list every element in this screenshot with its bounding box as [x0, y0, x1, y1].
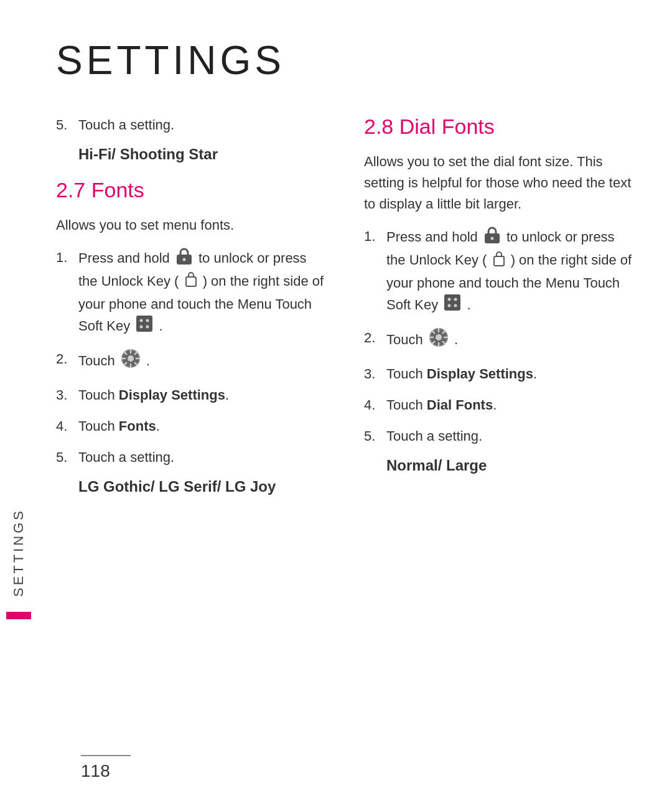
page-number: 118 [81, 761, 110, 781]
svg-point-6 [140, 325, 143, 328]
svg-point-1 [182, 258, 185, 261]
svg-point-25 [454, 304, 457, 307]
svg-point-24 [448, 304, 451, 307]
left-item-4-bold: Fonts [119, 418, 156, 434]
left-section-description: Allows you to set menu fonts. [56, 215, 327, 236]
left-item-3: 3. Touch Display Settings. [56, 385, 327, 406]
lock-icon-right-1 [483, 226, 501, 250]
left-item-4: 4. Touch Fonts. [56, 416, 327, 437]
left-item-5-num: 5. [56, 447, 78, 468]
page-wrapper: SETTINGS SETTINGS 5. Touch a setting. Hi… [0, 0, 672, 806]
right-item-5-num: 5. [364, 426, 386, 447]
left-section-heading: 2.7 Fonts [56, 178, 327, 202]
svg-point-23 [454, 298, 457, 301]
right-column: 2.8 Dial Fonts Allows you to set the dia… [364, 115, 635, 508]
settings-icon-right-2 [429, 327, 449, 354]
left-item-3-bold: Display Settings [119, 387, 225, 403]
left-item-5: 5. Touch a setting. [56, 447, 327, 468]
right-item-5-content: Touch a setting. [386, 426, 635, 447]
svg-point-4 [140, 319, 143, 322]
page-divider [81, 755, 131, 756]
sidebar-bar [6, 612, 31, 619]
right-section-heading: 2.8 Dial Fonts [364, 115, 635, 139]
right-item-3-num: 3. [364, 363, 386, 385]
svg-rect-20 [494, 256, 504, 266]
right-item-1-num: 1. [364, 226, 386, 317]
svg-rect-21 [444, 294, 460, 311]
page-title: SETTINGS [56, 37, 635, 83]
left-item-2: 2. Touch [56, 349, 327, 375]
left-intro-item: 5. Touch a setting. [56, 115, 327, 136]
left-item-5-content: Touch a setting. [78, 447, 327, 468]
left-item-1-num: 1. [56, 247, 78, 339]
svg-rect-3 [136, 316, 152, 332]
right-item-1-content: Press and hold to unlock or press the Un… [386, 226, 635, 317]
svg-point-5 [146, 319, 149, 322]
right-item-4-bold: Dial Fonts [427, 397, 493, 413]
right-item-1: 1. Press and hold to unlock or press the… [364, 226, 635, 317]
right-item-2: 2. Touch [364, 327, 635, 354]
right-item-3-bold: Display Settings [427, 366, 533, 382]
right-item-2-content: Touch [386, 327, 635, 354]
svg-rect-2 [186, 277, 196, 286]
unlock-key-icon-left-1 [185, 271, 197, 293]
left-outro-subheading: LG Gothic/ LG Serif/ LG Joy [78, 478, 327, 495]
left-intro-num: 5. [56, 115, 78, 136]
svg-point-9 [128, 355, 134, 362]
left-item-3-num: 3. [56, 385, 78, 406]
settings-icon-left-2 [121, 349, 141, 375]
svg-point-22 [448, 298, 451, 301]
main-content: SETTINGS 5. Touch a setting. Hi-Fi/ Shoo… [37, 0, 672, 806]
sidebar: SETTINGS [0, 0, 37, 806]
columns: 5. Touch a setting. Hi-Fi/ Shooting Star… [56, 115, 635, 508]
right-section-description: Allows you to set the dial font size. Th… [364, 151, 635, 215]
right-item-4: 4. Touch Dial Fonts. [364, 395, 635, 416]
right-item-5: 5. Touch a setting. [364, 426, 635, 447]
right-item-4-content: Touch Dial Fonts. [386, 395, 635, 416]
menu-icon-right-1 [444, 294, 461, 317]
unlock-key-icon-right-1 [493, 250, 505, 273]
left-item-4-num: 4. [56, 416, 78, 437]
left-item-3-content: Touch Display Settings. [78, 385, 327, 406]
left-item-2-content: Touch [78, 349, 327, 375]
left-column: 5. Touch a setting. Hi-Fi/ Shooting Star… [56, 115, 327, 508]
right-item-3-content: Touch Display Settings. [386, 363, 635, 385]
right-outro-subheading: Normal/ Large [386, 457, 635, 474]
svg-point-7 [146, 325, 149, 328]
left-subheading-hifi: Hi-Fi/ Shooting Star [78, 146, 327, 163]
left-item-1-content: Press and hold to unlock or press the Un… [78, 247, 327, 339]
sidebar-label: SETTINGS [11, 508, 27, 597]
left-intro-text: Touch a setting. [78, 115, 327, 136]
menu-icon-left-1 [136, 315, 153, 339]
svg-point-27 [436, 334, 442, 340]
lock-icon-left-1 [175, 247, 193, 271]
right-item-4-num: 4. [364, 395, 386, 416]
svg-point-19 [490, 237, 493, 240]
right-item-2-num: 2. [364, 327, 386, 354]
left-item-2-num: 2. [56, 349, 78, 375]
left-item-4-content: Touch Fonts. [78, 416, 327, 437]
right-item-3: 3. Touch Display Settings. [364, 363, 635, 385]
left-item-1: 1. Press and hold to unlock or press the… [56, 247, 327, 339]
